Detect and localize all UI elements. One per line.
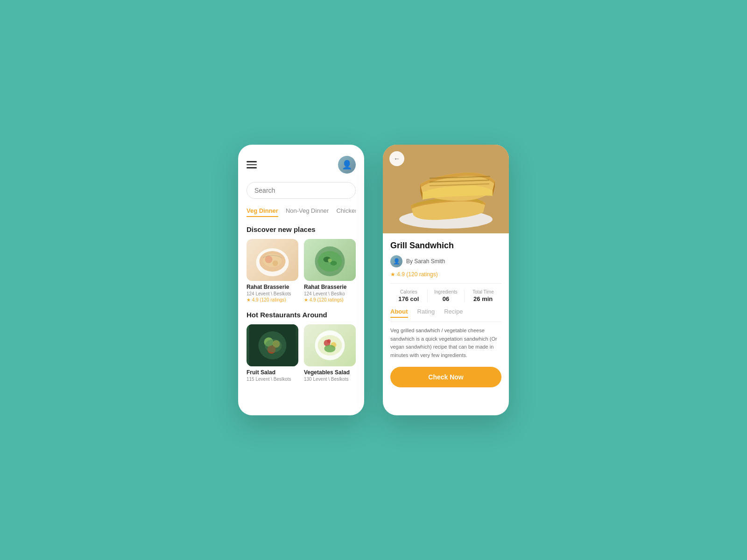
- card-image-1: [247, 239, 298, 281]
- svg-point-20: [324, 345, 336, 352]
- hot-section-title: Hot Restaurants Around: [247, 311, 356, 319]
- card-hot-1[interactable]: Fruit Salad 115 Levent \ Beslkots: [247, 324, 298, 383]
- tab-rating[interactable]: Rating: [417, 308, 435, 318]
- description-text: Veg grilled sandwhich / vegetable cheese…: [390, 327, 501, 359]
- card-image-hot-1: [247, 324, 298, 366]
- tab-chicken[interactable]: Chicken khe: [336, 207, 356, 217]
- back-button[interactable]: ←: [389, 151, 404, 166]
- time-label: Total Time: [465, 289, 501, 294]
- card-discover-1[interactable]: Rahat Brasserie 124 Levent \ Beslkots ★ …: [247, 239, 298, 302]
- phone-left: 👤 Veg Dinner Non-Veg Dinner Chicken khe …: [238, 145, 364, 415]
- ingredients-label: Ingredients: [428, 289, 465, 294]
- card-location-hot-2: 130 Levent \ Beslkots: [304, 377, 356, 382]
- hot-cards-row: Fruit Salad 115 Levent \ Beslkots Vegeta…: [247, 324, 356, 383]
- stat-calories: Calories 176 col: [390, 289, 428, 302]
- calories-value: 176 col: [390, 295, 427, 302]
- check-now-button[interactable]: Check Now: [390, 367, 501, 387]
- card-discover-2[interactable]: Rahat Brasserie 124 Levent \ Beslko ★ 4.…: [304, 239, 356, 302]
- search-input[interactable]: [247, 182, 356, 199]
- tabs: Veg Dinner Non-Veg Dinner Chicken khe: [247, 207, 356, 217]
- rating-row: ★ 4.9 (120 ratings): [390, 271, 501, 278]
- svg-point-15: [265, 339, 282, 352]
- tab-recipe[interactable]: Recipe: [444, 308, 463, 318]
- card-rating-2: ★ 4.9 (120 ratings): [304, 297, 356, 302]
- card-location-hot-1: 115 Levent \ Beslkots: [247, 377, 298, 382]
- card-image-hot-2: [304, 324, 356, 366]
- stat-time: Total Time 26 min: [465, 289, 501, 302]
- card-name-1: Rahat Brasserie: [247, 284, 298, 290]
- dish-title: Grill Sandwhich: [390, 241, 501, 251]
- discover-section-title: Discover new places: [247, 225, 356, 233]
- menu-icon[interactable]: [247, 161, 257, 168]
- svg-point-21: [327, 339, 331, 343]
- detail-tabs: About Rating Recipe: [390, 308, 501, 322]
- discover-cards-row: Rahat Brasserie 124 Levent \ Beslkots ★ …: [247, 239, 356, 302]
- card-rating-1: ★ 4.9 (120 ratings): [247, 297, 298, 302]
- detail-content: Grill Sandwhich 👤 By Sarah Smith ★ 4.9 (…: [383, 233, 509, 395]
- tab-veg-dinner[interactable]: Veg Dinner: [247, 207, 278, 217]
- avatar[interactable]: 👤: [338, 156, 356, 174]
- phones-container: 👤 Veg Dinner Non-Veg Dinner Chicken khe …: [238, 145, 509, 415]
- stat-ingredients: Ingredients 06: [428, 289, 465, 302]
- card-name-hot-1: Fruit Salad: [247, 369, 298, 376]
- calories-label: Calories: [390, 289, 427, 294]
- divider-1: [390, 283, 501, 284]
- card-location-1: 124 Levent \ Beslkots: [247, 291, 298, 296]
- card-name-hot-2: Vegetables Salad: [304, 369, 356, 376]
- phone-right: ← Grill Sandwhich 👤 By Sarah Smith ★ 4.9…: [383, 145, 509, 415]
- food-hero-image: ←: [383, 145, 509, 233]
- author-name: By Sarah Smith: [406, 258, 445, 265]
- time-value: 26 min: [465, 295, 501, 302]
- svg-point-4: [263, 254, 282, 267]
- card-image-2: [304, 239, 356, 281]
- tab-non-veg[interactable]: Non-Veg Dinner: [286, 207, 329, 217]
- author-row: 👤 By Sarah Smith: [390, 255, 501, 267]
- tab-about[interactable]: About: [390, 308, 408, 318]
- header: 👤: [247, 156, 356, 174]
- stats-row: Calories 176 col Ingredients 06 Total Ti…: [390, 289, 501, 302]
- card-location-2: 124 Levent \ Beslko: [304, 291, 356, 296]
- card-name-2: Rahat Brasserie: [304, 284, 356, 290]
- card-hot-2[interactable]: Vegetables Salad 130 Levent \ Beslkots: [304, 324, 356, 383]
- svg-point-9: [328, 259, 332, 262]
- author-avatar: 👤: [390, 255, 402, 267]
- ingredients-value: 06: [428, 295, 465, 302]
